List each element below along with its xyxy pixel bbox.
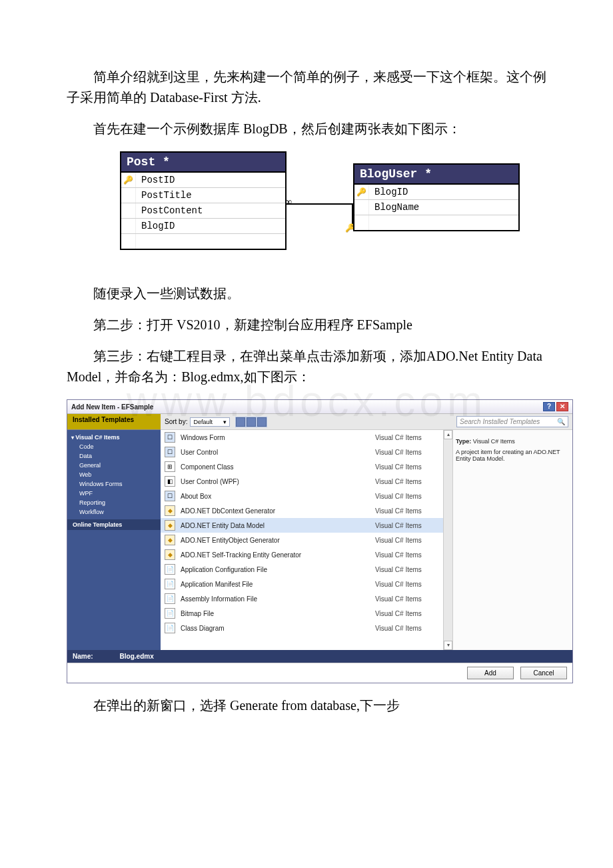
template-item[interactable]: ⊞Component ClassVisual C# Items xyxy=(161,459,452,474)
template-name: ADO.NET Entity Data Model xyxy=(181,522,370,529)
template-name: Bitmap File xyxy=(181,610,370,617)
relationship-connector: ∞ 🔑 xyxy=(287,199,353,226)
table-row xyxy=(121,234,285,249)
primary-key-icon: 🔑 xyxy=(123,175,133,185)
description-panel: Type: Visual C# Items A project item for… xyxy=(452,430,572,650)
template-name: ADO.NET EntityObject Generator xyxy=(181,537,370,544)
template-item[interactable]: 📄Application Manifest FileVisual C# Item… xyxy=(161,577,452,591)
add-new-item-dialog: Add New Item - EFSample ? ✕ Installed Te… xyxy=(67,399,573,683)
column-name: BlogID xyxy=(369,185,518,199)
desc-type-label: Type: xyxy=(456,438,471,445)
dialog-title: Add New Item - EFSample xyxy=(71,403,153,411)
file-icon: 📄 xyxy=(165,593,175,604)
template-type: Visual C# Items xyxy=(375,434,448,441)
installed-templates-tab[interactable]: Installed Templates xyxy=(67,414,161,430)
tree-item[interactable]: Workflow xyxy=(67,507,161,517)
tree-item[interactable]: WPF xyxy=(67,489,161,498)
paragraph: 在弹出的新窗口，选择 Generate from database,下一步 xyxy=(67,695,546,716)
table-row: 🔑 PostID xyxy=(121,173,285,188)
form-icon: ☐ xyxy=(165,447,175,457)
template-type: Visual C# Items xyxy=(375,566,448,573)
search-placeholder: Search Installed Templates xyxy=(460,418,540,425)
db-table-bloguser: BlogUser * 🔑 BlogID BlogName xyxy=(353,163,520,231)
template-name: User Control (WPF) xyxy=(181,478,370,485)
scroll-up-icon[interactable]: ▴ xyxy=(444,430,452,439)
data-icon: ◆ xyxy=(165,535,175,545)
paragraph: 首先在建一个示例数据库 BlogDB，然后创建两张表如下图示： xyxy=(67,119,546,139)
template-list: ☐Windows FormVisual C# Items☐User Contro… xyxy=(161,430,452,650)
dialog-titlebar: Add New Item - EFSample ? ✕ xyxy=(67,400,572,414)
template-item[interactable]: ☐About BoxVisual C# Items xyxy=(161,489,452,503)
table-row: BlogID xyxy=(121,219,285,234)
column-name: BlogName xyxy=(369,200,518,215)
template-type: Visual C# Items xyxy=(375,625,448,632)
data-icon: ◆ xyxy=(165,505,175,516)
template-item[interactable]: ◆ADO.NET Entity Data ModelVisual C# Item… xyxy=(161,518,452,533)
tree-item[interactable]: Code xyxy=(67,442,161,451)
template-type: Visual C# Items xyxy=(375,463,448,471)
chevron-down-icon: ▾ xyxy=(223,419,227,425)
sort-dropdown[interactable]: Default▾ xyxy=(190,417,230,427)
template-item[interactable]: ◆ADO.NET DbContext GeneratorVisual C# It… xyxy=(161,503,452,518)
online-templates-header[interactable]: Online Templates xyxy=(67,519,161,530)
comp-icon: ⊞ xyxy=(165,461,175,472)
template-item[interactable]: 📄Class DiagramVisual C# Items xyxy=(161,621,452,635)
name-label: Name: xyxy=(73,653,93,660)
view-mode-toggle[interactable] xyxy=(235,417,267,427)
paragraph: 简单介绍就到这里，先来构建一个简单的例子，来感受一下这个框架。这个例子采用简单的… xyxy=(67,67,546,108)
template-item[interactable]: ◧User Control (WPF)Visual C# Items xyxy=(161,474,452,489)
template-name: Windows Form xyxy=(181,434,370,441)
file-icon: 📄 xyxy=(165,623,175,633)
table-row: 🔑 BlogID xyxy=(354,185,518,200)
sort-label: Sort by: xyxy=(165,418,187,425)
close-button[interactable]: ✕ xyxy=(556,402,568,411)
tree-item[interactable]: General xyxy=(67,461,161,470)
template-item[interactable]: ◆ADO.NET Self-Tracking Entity GeneratorV… xyxy=(161,547,452,562)
template-item[interactable]: ☐User ControlVisual C# Items xyxy=(161,445,452,459)
wpf-icon: ◧ xyxy=(165,476,175,487)
template-type: Visual C# Items xyxy=(375,595,448,603)
primary-key-icon: 🔑 xyxy=(356,187,366,197)
template-type: Visual C# Items xyxy=(375,507,448,515)
search-input[interactable]: Search Installed Templates 🔍 xyxy=(456,416,568,427)
help-button[interactable]: ? xyxy=(543,402,555,411)
paragraph: 第三步：右键工程目录，在弹出菜单点击添加新项，添加ADO.Net Entity … xyxy=(67,346,546,387)
cancel-button[interactable]: Cancel xyxy=(520,667,567,679)
column-name: PostTitle xyxy=(136,188,285,203)
template-item[interactable]: 📄Assembly Information FileVisual C# Item… xyxy=(161,591,452,606)
many-symbol: ∞ xyxy=(285,197,292,207)
template-name: ADO.NET DbContext Generator xyxy=(181,507,370,515)
template-item[interactable]: 📄Application Configuration FileVisual C#… xyxy=(161,562,452,577)
column-name: PostContent xyxy=(136,203,285,218)
column-name: BlogID xyxy=(136,219,285,233)
tree-item[interactable]: Reporting xyxy=(67,498,161,507)
tree-item[interactable]: Web xyxy=(67,470,161,479)
table-row: PostContent xyxy=(121,203,285,219)
template-item[interactable]: 📄Bitmap FileVisual C# Items xyxy=(161,606,452,621)
add-button[interactable]: Add xyxy=(467,667,514,679)
database-diagram: Post * 🔑 PostID PostTitle PostContent Bl… xyxy=(120,151,546,271)
template-type: Visual C# Items xyxy=(375,522,448,529)
template-name: Assembly Information File xyxy=(181,595,370,603)
template-type: Visual C# Items xyxy=(375,610,448,617)
scroll-down-icon[interactable]: ▾ xyxy=(444,641,452,650)
paragraph: 第二步：打开 VS2010，新建控制台应用程序 EFSample xyxy=(67,315,546,335)
template-item[interactable]: ◆ADO.NET EntityObject GeneratorVisual C#… xyxy=(161,533,452,547)
template-name: About Box xyxy=(181,493,370,500)
scrollbar[interactable]: ▴ ▾ xyxy=(443,430,452,650)
tree-item[interactable]: Windows Forms xyxy=(67,479,161,489)
file-icon: 📄 xyxy=(165,608,175,619)
template-type: Visual C# Items xyxy=(375,449,448,456)
desc-text: A project item for creating an ADO.NET E… xyxy=(456,449,570,462)
tree-item[interactable]: Data xyxy=(67,451,161,461)
template-name: Component Class xyxy=(181,463,370,471)
template-item[interactable]: ☐Windows FormVisual C# Items xyxy=(161,430,452,445)
template-tree: Visual C# Items CodeDataGeneralWebWindow… xyxy=(67,430,161,650)
data-icon: ◆ xyxy=(165,549,175,560)
name-input[interactable]: Blog.edmx xyxy=(120,653,154,660)
tree-root[interactable]: Visual C# Items xyxy=(67,433,161,442)
template-type: Visual C# Items xyxy=(375,478,448,485)
form-icon: ☐ xyxy=(165,432,175,443)
table-title: BlogUser * xyxy=(354,165,518,185)
template-type: Visual C# Items xyxy=(375,581,448,588)
